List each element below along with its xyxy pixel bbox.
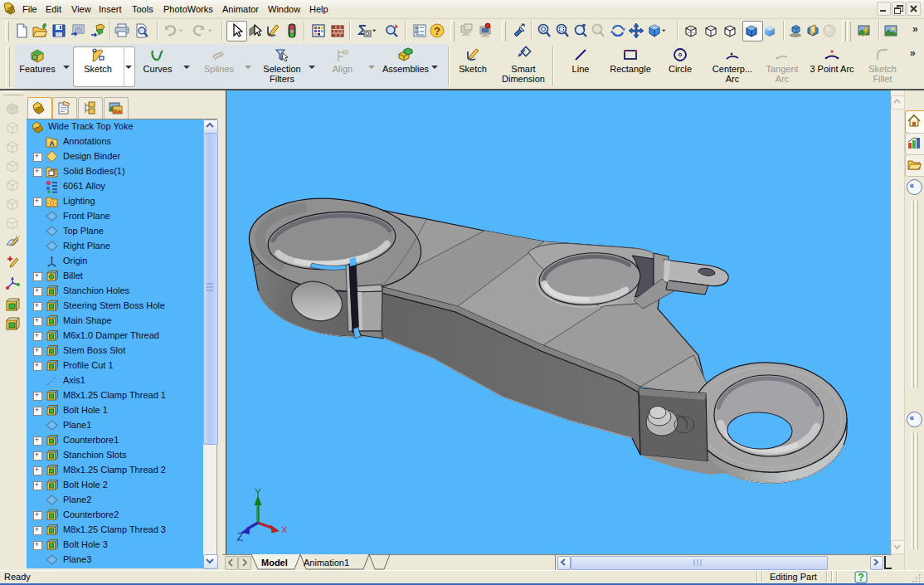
svg-text:?: ? — [858, 572, 863, 583]
svg-text:?: ? — [434, 25, 440, 37]
